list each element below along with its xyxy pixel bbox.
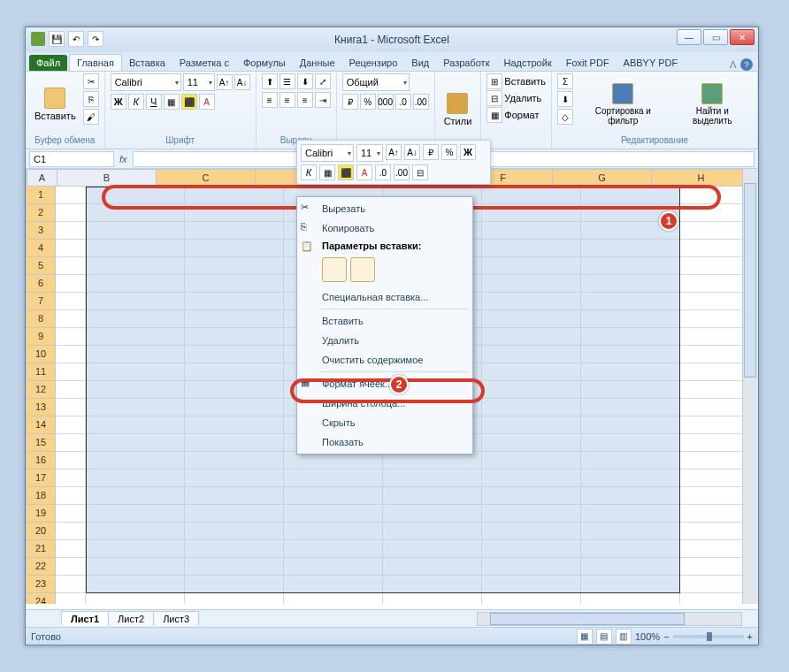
format-painter-icon[interactable]: 🖌 <box>83 109 99 125</box>
row-header[interactable]: 17 <box>26 470 56 487</box>
mini-italic-icon[interactable]: К <box>301 164 317 180</box>
cm-cut[interactable]: ✂Вырезать <box>297 199 472 218</box>
name-box[interactable]: C1 <box>29 151 114 167</box>
cm-insert[interactable]: Вставить <box>297 311 472 331</box>
font-name-combo[interactable]: Calibri <box>111 73 181 91</box>
tab-view[interactable]: Вид <box>404 55 436 71</box>
currency-icon[interactable]: ₽ <box>342 94 358 110</box>
sheet-tab-2[interactable]: Лист2 <box>108 611 154 626</box>
cm-hide[interactable]: Скрыть <box>297 413 472 432</box>
tab-addins[interactable]: Надстройк <box>496 55 558 71</box>
help-icon[interactable]: ? <box>740 58 753 71</box>
copy-icon[interactable]: ⎘ <box>83 91 99 107</box>
font-color-icon[interactable]: A <box>199 94 215 110</box>
row-header[interactable]: 5 <box>26 257 56 275</box>
cm-show[interactable]: Показать <box>297 432 472 452</box>
cm-column-width[interactable]: Ширина столбца... <box>297 393 472 413</box>
mini-percent-icon[interactable]: % <box>441 144 457 160</box>
decrease-decimal-icon[interactable]: .00 <box>413 94 429 110</box>
paste-option-1[interactable] <box>322 257 347 282</box>
mini-fill-icon[interactable]: ⬛ <box>338 164 354 180</box>
italic-icon[interactable]: К <box>128 94 144 110</box>
tab-review[interactable]: Рецензиро <box>342 55 405 71</box>
underline-icon[interactable]: Ч <box>146 94 162 110</box>
sort-filter-button[interactable]: Сортировка и фильтр <box>577 73 670 135</box>
clear-icon[interactable]: ◇ <box>557 109 573 125</box>
cm-clear[interactable]: Очистить содержимое <box>297 350 472 370</box>
tab-insert[interactable]: Вставка <box>122 55 172 71</box>
mini-currency-icon[interactable]: ₽ <box>423 144 439 160</box>
scroll-thumb[interactable] <box>744 183 756 378</box>
close-button[interactable]: ✕ <box>730 29 755 45</box>
row-header[interactable]: 3 <box>26 222 56 240</box>
maximize-button[interactable]: ▭ <box>703 29 728 45</box>
tab-data[interactable]: Данные <box>293 55 342 71</box>
row-header[interactable]: 24 <box>26 593 56 604</box>
row-header[interactable]: 19 <box>26 505 56 523</box>
shrink-font-icon[interactable]: A↓ <box>234 74 250 90</box>
paste-button[interactable]: Вставить <box>31 73 80 135</box>
row-header[interactable]: 22 <box>26 558 56 576</box>
row-header[interactable]: 20 <box>26 523 56 540</box>
redo-icon[interactable]: ↷ <box>88 31 103 47</box>
autosum-icon[interactable]: Σ <box>557 73 573 89</box>
vertical-scrollbar[interactable] <box>742 169 758 604</box>
horizontal-scrollbar[interactable] <box>477 612 742 626</box>
border-icon[interactable]: ▦ <box>164 94 180 110</box>
sheet-tab-1[interactable]: Лист1 <box>61 611 109 626</box>
grow-font-icon[interactable]: A↑ <box>217 74 233 90</box>
percent-icon[interactable]: % <box>360 94 376 110</box>
cm-paste-special[interactable]: Специальная вставка... <box>297 287 472 307</box>
zoom-out-icon[interactable]: − <box>663 631 669 642</box>
row-header[interactable]: 23 <box>26 576 56 593</box>
row-header[interactable]: 13 <box>26 399 56 416</box>
paste-option-2[interactable] <box>350 257 375 282</box>
view-layout-icon[interactable]: ▤ <box>596 629 612 645</box>
mini-font-combo[interactable]: Calibri <box>301 144 354 162</box>
number-format-combo[interactable]: Общий <box>342 73 410 91</box>
row-header[interactable]: 18 <box>26 487 56 505</box>
row-header[interactable]: 11 <box>26 363 56 381</box>
row-header[interactable]: 1 <box>26 187 56 204</box>
cells-format[interactable]: ▦Формат <box>486 107 546 123</box>
tab-layout[interactable]: Разметка с <box>172 55 236 71</box>
save-icon[interactable]: 💾 <box>49 31 65 47</box>
cm-copy[interactable]: ⎘Копировать <box>297 218 472 238</box>
row-header[interactable]: 15 <box>26 434 56 452</box>
mini-grow-icon[interactable]: A↑ <box>386 144 402 160</box>
row-header[interactable]: 8 <box>26 310 56 328</box>
row-header[interactable]: 4 <box>26 240 56 257</box>
mini-decimal-inc-icon[interactable]: .0 <box>375 164 391 180</box>
tab-abbyy[interactable]: ABBYY PDF <box>617 55 686 71</box>
bold-icon[interactable]: Ж <box>111 94 126 110</box>
fill-icon[interactable]: ⬇ <box>557 91 573 107</box>
col-header-b[interactable]: B <box>57 169 157 187</box>
cm-delete[interactable]: Удалить <box>297 331 472 350</box>
col-header-a[interactable]: A <box>27 169 57 187</box>
find-select-button[interactable]: Найти и выделить <box>673 73 752 135</box>
row-header[interactable]: 10 <box>26 346 56 363</box>
indent-icon[interactable]: ⇥ <box>315 92 331 108</box>
fx-icon[interactable]: fx <box>119 154 127 164</box>
tab-foxit[interactable]: Foxit PDF <box>559 55 617 71</box>
row-header[interactable]: 21 <box>26 540 56 558</box>
zoom-in-icon[interactable]: + <box>747 631 753 642</box>
align-top-icon[interactable]: ⬆ <box>262 73 278 89</box>
zoom-slider[interactable] <box>673 635 744 638</box>
sheet-tab-3[interactable]: Лист3 <box>153 611 199 626</box>
align-middle-icon[interactable]: ☰ <box>280 73 295 89</box>
increase-decimal-icon[interactable]: .0 <box>395 94 411 110</box>
mini-merge-icon[interactable]: ⊟ <box>412 164 428 180</box>
hscroll-thumb[interactable] <box>490 613 685 625</box>
tab-formulas[interactable]: Формулы <box>236 55 293 71</box>
row-header[interactable]: 9 <box>26 328 56 346</box>
tab-dev[interactable]: Разработк <box>436 55 496 71</box>
cells-insert[interactable]: ⊞Вставить <box>486 73 546 89</box>
row-header[interactable]: 14 <box>26 416 56 434</box>
view-pagebreak-icon[interactable]: ▥ <box>616 629 632 645</box>
mini-shrink-icon[interactable]: A↓ <box>404 144 420 160</box>
undo-icon[interactable]: ↶ <box>68 31 84 47</box>
mini-fontcolor-icon[interactable]: A <box>356 164 372 180</box>
col-header-h[interactable]: H <box>652 169 751 187</box>
row-header[interactable]: 6 <box>26 275 56 293</box>
